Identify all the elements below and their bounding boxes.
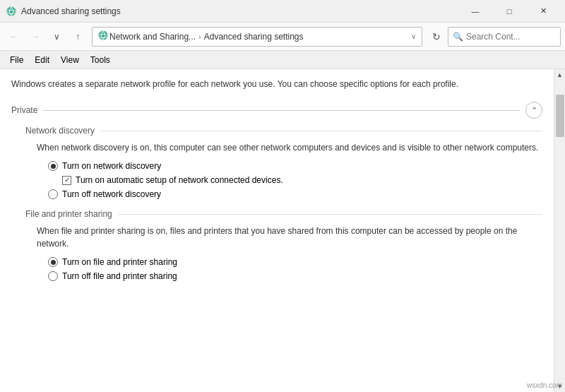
section-divider [43, 110, 520, 111]
file-sharing-section: File and printer sharing When file and p… [25, 209, 542, 281]
menu-file[interactable]: File [4, 52, 29, 68]
search-input[interactable] [466, 32, 565, 42]
menu-bar: File Edit View Tools [0, 51, 565, 69]
back-button[interactable]: ← [4, 27, 24, 47]
title-bar-icon [6, 6, 17, 17]
dropdown-button[interactable]: ∨ [47, 27, 66, 47]
network-discovery-options: Turn on network discovery Turn on automa… [48, 161, 542, 199]
network-discovery-header: Network discovery [25, 126, 542, 136]
menu-view[interactable]: View [55, 52, 85, 68]
main-content: Windows creates a separate network profi… [0, 69, 554, 392]
maximize-button[interactable]: □ [493, 1, 525, 22]
network-discovery-title: Network discovery [25, 126, 95, 136]
refresh-button[interactable]: ↻ [427, 27, 446, 47]
menu-tools[interactable]: Tools [85, 52, 116, 68]
breadcrumb: Network and Sharing... › Advanced sharin… [98, 30, 408, 42]
address-field[interactable]: Network and Sharing... › Advanced sharin… [92, 27, 422, 47]
radio-turn-off-sharing[interactable]: Turn off file and printer sharing [48, 271, 542, 281]
radio-off-indicator [48, 189, 58, 199]
fs-title-line [118, 214, 542, 215]
file-sharing-description: When file and printer sharing is on, fil… [37, 225, 542, 250]
checkbox-auto-label: Turn on automatic setup of network conne… [76, 175, 283, 185]
checkbox-auto-indicator [62, 176, 71, 185]
intro-text: Windows creates a separate network profi… [11, 78, 542, 90]
file-sharing-options: Turn on file and printer sharing Turn of… [48, 257, 542, 281]
checkbox-auto-setup[interactable]: Turn on automatic setup of network conne… [62, 175, 542, 185]
address-bar: ← → ∨ ↑ Network and Sharing... › Advance… [0, 23, 565, 51]
radio-sharing-off-indicator [48, 271, 58, 281]
content-wrapper: Windows creates a separate network profi… [0, 69, 565, 392]
title-bar-text: Advanced sharing settings [21, 6, 459, 16]
radio-turn-on-discovery[interactable]: Turn on network discovery [48, 161, 542, 171]
breadcrumb-network: Network and Sharing... [109, 32, 196, 42]
private-section-title: Private [11, 105, 37, 115]
up-button[interactable]: ↑ [68, 27, 88, 47]
radio-sharing-on-indicator [48, 257, 58, 267]
radio-off-label: Turn off network discovery [62, 189, 161, 199]
private-collapse-btn[interactable]: ⌃ [525, 102, 542, 119]
nd-title-line [100, 131, 542, 131]
menu-edit[interactable]: Edit [29, 52, 55, 68]
title-bar: Advanced sharing settings — □ ✕ [0, 0, 565, 23]
radio-on-label: Turn on network discovery [62, 161, 161, 171]
radio-sharing-off-label: Turn off file and printer sharing [62, 271, 177, 281]
scroll-up-arrow[interactable]: ▲ [554, 69, 566, 81]
close-button[interactable]: ✕ [527, 1, 559, 22]
title-bar-buttons: — □ ✕ [459, 1, 559, 22]
scroll-thumb[interactable] [556, 95, 564, 137]
svg-point-1 [99, 31, 107, 40]
scroll-track[interactable] [554, 81, 566, 381]
scrollbar[interactable]: ▲ ▼ [554, 69, 565, 392]
minimize-button[interactable]: — [459, 1, 492, 22]
network-discovery-section: Network discovery When network discovery… [25, 126, 542, 199]
radio-turn-off-discovery[interactable]: Turn off network discovery [48, 189, 542, 199]
breadcrumb-current: Advanced sharing settings [204, 32, 304, 42]
private-section: Private ⌃ Network discovery When network… [11, 102, 542, 281]
private-section-header: Private ⌃ [11, 102, 542, 119]
radio-sharing-on-label: Turn on file and printer sharing [62, 257, 177, 267]
breadcrumb-icon [98, 30, 108, 42]
forward-button[interactable]: → [25, 27, 45, 47]
address-dropdown-btn[interactable]: ∨ [411, 32, 416, 40]
network-discovery-description: When network discovery is on, this compu… [37, 141, 542, 154]
search-box[interactable]: 🔍 [448, 27, 561, 47]
file-sharing-title: File and printer sharing [25, 209, 112, 219]
radio-turn-on-sharing[interactable]: Turn on file and printer sharing [48, 257, 542, 267]
search-icon: 🔍 [453, 32, 463, 42]
watermark: wsxdn.com [527, 381, 562, 389]
svg-point-0 [7, 6, 16, 15]
file-sharing-header: File and printer sharing [25, 209, 542, 219]
radio-on-indicator [48, 161, 58, 171]
breadcrumb-separator: › [198, 32, 201, 41]
